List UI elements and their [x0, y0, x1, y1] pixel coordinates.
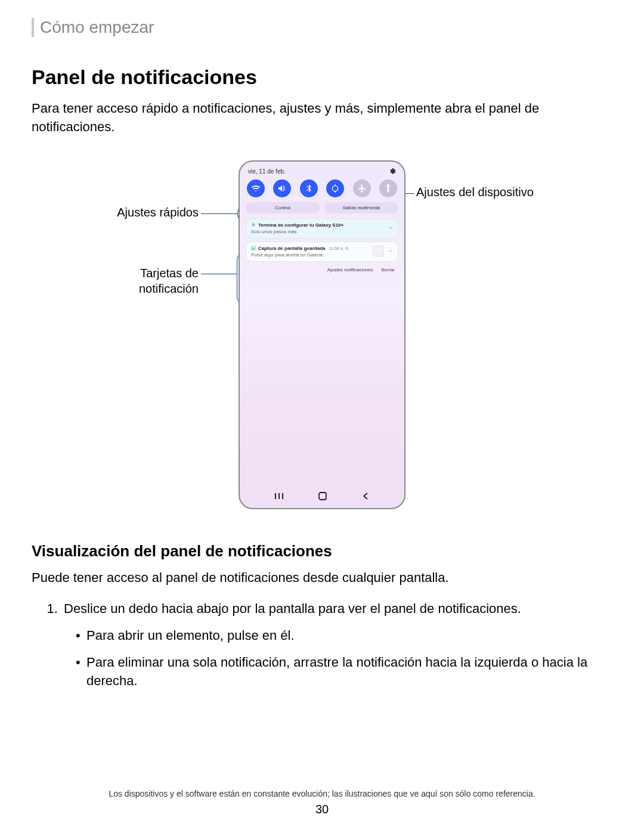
media-output-button[interactable]: Salida multimedia: [324, 202, 398, 213]
notification-card[interactable]: Termina de configurar tu Galaxy S10+ Sol…: [246, 218, 398, 239]
svg-rect-7: [319, 493, 326, 500]
notif-actions: Ajustes notificaciones Borrar: [246, 265, 398, 272]
callout-line: [201, 274, 237, 275]
steps-list: Deslice un dedo hacia abajo por la panta…: [32, 600, 612, 690]
media-row: Control Salida multimedia: [246, 202, 398, 213]
notif-subtitle: Pulse aquí para abrirla en Galería.: [251, 252, 393, 258]
notif-title: Captura de pantalla guardada: [258, 246, 325, 251]
notif-title: Termina de configurar tu Galaxy S10+: [258, 222, 343, 228]
page-number: 30: [0, 803, 644, 816]
back-icon[interactable]: [361, 492, 370, 503]
sub-item: Para abrir un elemento, pulse en él.: [76, 627, 612, 645]
phone-mockup: vie, 11 de feb. Control Salida multimedi…: [239, 160, 405, 509]
callout-notif-l1: Tarjetas de: [140, 267, 199, 280]
screenshot-thumbnail: [373, 246, 383, 256]
svg-point-3: [252, 247, 253, 247]
svg-point-0: [333, 185, 338, 191]
chevron-down-icon[interactable]: ⌄: [388, 247, 393, 253]
notification-card[interactable]: Captura de pantalla guardada 11:04 a. m.…: [246, 241, 398, 262]
section-subtitle: Visualización del panel de notificacione…: [32, 542, 612, 561]
callout-device-settings: Ajustes del dispositivo: [416, 185, 534, 199]
notif-subtitle: Solo unos pasos más: [251, 229, 393, 234]
callout-notif-l2: notificación: [139, 282, 199, 295]
notif-settings-link[interactable]: Ajustes notificaciones: [327, 267, 373, 272]
step-item: Deslice un dedo hacia abajo por la panta…: [61, 600, 612, 690]
breadcrumb: Cómo empezar: [32, 18, 612, 37]
breadcrumb-text: Cómo empezar: [40, 18, 154, 37]
notif-clear-link[interactable]: Borrar: [382, 267, 395, 272]
sub-list: Para abrir un elemento, pulse en él. Par…: [64, 627, 612, 690]
sound-icon[interactable]: [273, 179, 291, 197]
android-navbar: [240, 491, 404, 503]
step-text: Deslice un dedo hacia abajo por la panta…: [64, 601, 521, 616]
notif-time: 11:04 a. m.: [329, 246, 349, 250]
intro-paragraph: Para tener acceso rápido a notificacione…: [32, 100, 612, 137]
breadcrumb-accent: [32, 18, 34, 37]
callout-quick-settings: Ajustes rápidos: [73, 206, 199, 219]
gear-icon: [251, 222, 256, 227]
section-body: Puede tener acceso al panel de notificac…: [32, 569, 612, 587]
home-icon[interactable]: [318, 491, 327, 503]
wifi-icon[interactable]: [247, 179, 265, 197]
airplane-icon[interactable]: [353, 179, 371, 197]
page-title: Panel de notificaciones: [32, 66, 612, 89]
status-bar: vie, 11 de feb.: [246, 168, 398, 179]
image-icon: [251, 246, 256, 250]
flashlight-icon[interactable]: [379, 179, 397, 197]
chevron-down-icon[interactable]: ⌄: [388, 224, 393, 230]
quick-settings-row: [246, 179, 398, 202]
media-control-button[interactable]: Control: [246, 202, 320, 213]
sub-item: Para eliminar una sola notificación, arr…: [76, 654, 612, 690]
callout-line: [201, 213, 238, 215]
footnote: Los dispositivos y el software están en …: [0, 789, 644, 798]
bluetooth-icon[interactable]: [300, 179, 318, 197]
svg-point-1: [253, 224, 254, 225]
recents-icon[interactable]: [274, 492, 284, 503]
rotate-icon[interactable]: [326, 179, 344, 197]
callout-notif-cards: Tarjetas de notificación: [91, 265, 199, 296]
gear-icon[interactable]: [389, 168, 396, 176]
figure: Ajustes rápidos Ajustes del dispositivo …: [32, 160, 612, 530]
status-date: vie, 11 de feb.: [248, 168, 286, 175]
